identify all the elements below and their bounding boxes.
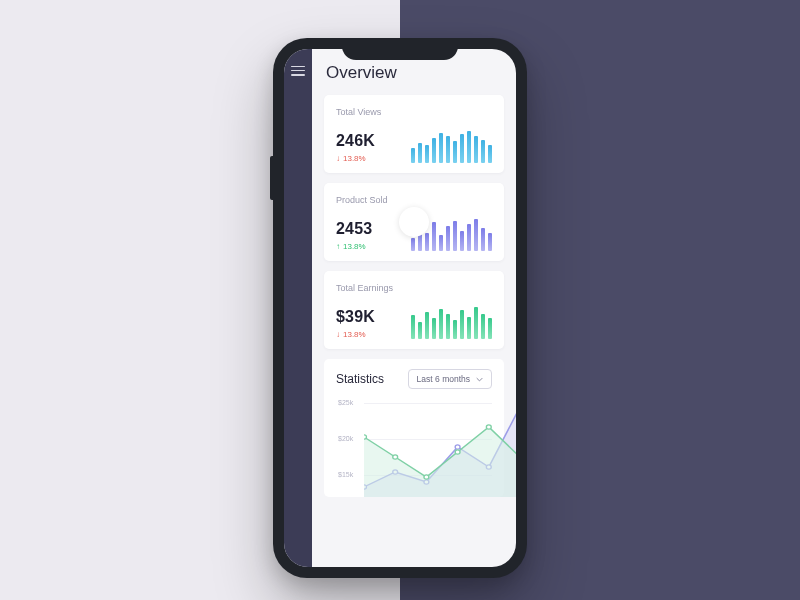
metric-delta: ↓ 13.8% <box>336 330 375 339</box>
svg-point-9 <box>455 450 460 454</box>
page-title: Overview <box>326 63 504 83</box>
card-total-views[interactable]: Total Views 246K ↓ 13.8% <box>324 95 504 173</box>
card-label: Product Sold <box>336 195 492 205</box>
sparkline-views <box>411 129 492 163</box>
range-dropdown[interactable]: Last 6 months <box>408 369 492 389</box>
metric-value: $39K <box>336 308 375 326</box>
menu-icon[interactable] <box>291 63 305 78</box>
fab-button[interactable] <box>399 207 429 237</box>
arrow-down-icon: ↓ <box>336 154 340 163</box>
card-product-sold[interactable]: Product Sold 2453 ↑ 13.8% <box>324 183 504 261</box>
phone-frame: Overview Total Views 246K ↓ 13.8% P <box>273 38 527 578</box>
metric-delta: ↓ 13.8% <box>336 154 375 163</box>
y-tick: $25k <box>338 399 353 406</box>
arrow-up-icon: ↑ <box>336 242 340 251</box>
sparkline-earn <box>411 305 492 339</box>
svg-point-3 <box>455 445 460 449</box>
statistics-chart: $25k $20k $15k <box>336 397 492 497</box>
statistics-title: Statistics <box>336 372 384 386</box>
svg-point-6 <box>364 435 366 439</box>
y-tick: $15k <box>338 471 353 478</box>
range-label: Last 6 months <box>417 374 470 384</box>
sidebar-rail <box>284 49 312 567</box>
phone-notch <box>342 38 458 60</box>
card-statistics: Statistics Last 6 months $25k $20k $15k <box>324 359 504 497</box>
card-total-earnings[interactable]: Total Earnings $39K ↓ 13.8% <box>324 271 504 349</box>
arrow-down-icon: ↓ <box>336 330 340 339</box>
metric-delta: ↑ 13.8% <box>336 242 372 251</box>
chevron-down-icon <box>476 376 483 383</box>
svg-point-10 <box>486 425 491 429</box>
y-tick: $20k <box>338 435 353 442</box>
svg-point-8 <box>424 475 429 479</box>
card-label: Total Views <box>336 107 492 117</box>
metric-value: 246K <box>336 132 375 150</box>
svg-point-7 <box>393 455 398 459</box>
main-content: Overview Total Views 246K ↓ 13.8% P <box>312 49 516 567</box>
metric-value: 2453 <box>336 220 372 238</box>
app-screen: Overview Total Views 246K ↓ 13.8% P <box>284 49 516 567</box>
card-label: Total Earnings <box>336 283 492 293</box>
